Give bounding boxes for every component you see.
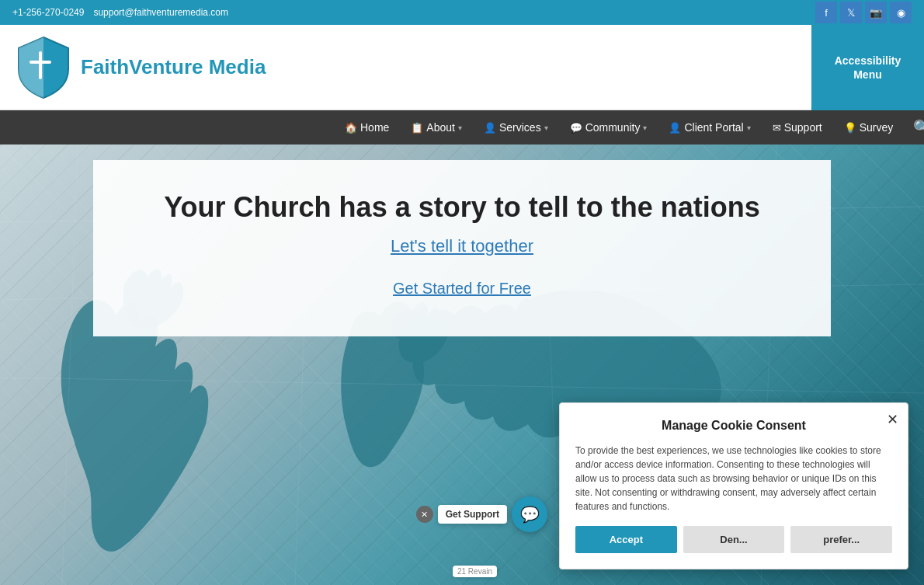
facebook-button[interactable]: f <box>815 2 837 23</box>
revain-number: 21 <box>457 567 466 576</box>
nav-client-portal-label: Client Portal <box>684 121 743 134</box>
nav-services-label: Services <box>499 121 541 134</box>
rss-button[interactable]: ◉ <box>890 2 912 23</box>
phone-number: +1-256-270-0249 <box>12 7 84 18</box>
about-icon: 📋 <box>411 122 423 134</box>
home-icon: 🏠 <box>345 122 357 134</box>
nav-support-label: Support <box>784 121 822 134</box>
services-icon: 👤 <box>484 122 496 134</box>
logo[interactable]: FaithVenture Media <box>16 34 266 100</box>
revain-label: Revain <box>468 567 492 576</box>
cookie-body-text: To provide the best experiences, we use … <box>575 444 892 514</box>
survey-icon: 💡 <box>844 122 856 134</box>
hero-subtitle-link[interactable]: Let's tell it together <box>140 236 784 256</box>
social-icons: f 𝕏 📷 ◉ <box>815 2 912 23</box>
get-support-bubble-button[interactable]: 💬 <box>512 496 547 532</box>
nav-about-label: About <box>426 121 455 134</box>
cookie-buttons: Accept Den... prefer... <box>575 526 892 553</box>
community-icon: 💬 <box>570 122 582 134</box>
header: FaithVenture Media Accessibility Menu <box>0 25 924 110</box>
cookie-preferences-button[interactable]: prefer... <box>790 526 892 553</box>
community-caret-icon: ▾ <box>643 124 647 132</box>
nav-home[interactable]: 🏠 Home <box>334 110 400 145</box>
nav-support[interactable]: ✉ Support <box>762 110 833 145</box>
nav-community-label: Community <box>585 121 641 134</box>
nav-home-label: Home <box>360 121 389 134</box>
get-support-label: Get Support <box>438 505 507 524</box>
twitter-button[interactable]: 𝕏 <box>840 2 862 23</box>
revain-badge: 21 Revain <box>453 566 497 577</box>
client-portal-caret-icon: ▾ <box>747 124 751 132</box>
cookie-deny-button[interactable]: Den... <box>683 526 785 553</box>
contact-info: +1-256-270-0249 support@faithventuremedi… <box>12 7 803 18</box>
email-address: support@faithventuremedia.com <box>93 7 228 18</box>
get-started-button[interactable]: Get Started for Free <box>393 280 531 298</box>
logo-text: FaithVenture Media <box>81 55 266 79</box>
instagram-button[interactable]: 📷 <box>865 2 887 23</box>
svg-rect-1 <box>30 61 51 64</box>
hero-section: Your Church has a story to tell to the n… <box>0 145 924 585</box>
navbar: 🏠 Home 📋 About ▾ 👤 Services ▾ 💬 Communit… <box>0 110 924 145</box>
get-support-widget: ✕ Get Support 💬 <box>416 496 547 532</box>
search-button[interactable]: 🔍 <box>904 110 924 145</box>
client-portal-icon: 👤 <box>669 122 681 134</box>
about-caret-icon: ▾ <box>458 124 462 132</box>
cookie-accept-button[interactable]: Accept <box>575 526 677 553</box>
hero-content-box: Your Church has a story to tell to the n… <box>93 160 831 336</box>
svg-rect-0 <box>39 51 42 79</box>
cookie-modal-title: Manage Cookie Consent <box>575 419 892 433</box>
nav-about[interactable]: 📋 About ▾ <box>400 110 473 145</box>
support-icon: ✉ <box>773 122 781 134</box>
nav-survey-label: Survey <box>860 121 894 134</box>
logo-shield-icon <box>16 34 71 100</box>
nav-client-portal[interactable]: 👤 Client Portal ▾ <box>658 110 761 145</box>
nav-services[interactable]: 👤 Services ▾ <box>473 110 559 145</box>
get-support-close-button[interactable]: ✕ <box>416 506 433 523</box>
hero-title: Your Church has a story to tell to the n… <box>140 191 784 224</box>
services-caret-icon: ▾ <box>544 124 548 132</box>
top-bar: +1-256-270-0249 support@faithventuremedi… <box>0 0 924 25</box>
cookie-consent-modal: Manage Cookie Consent ✕ To provide the b… <box>559 402 908 569</box>
accessibility-menu-button[interactable]: Accessibility Menu <box>811 25 924 110</box>
nav-community[interactable]: 💬 Community ▾ <box>559 110 658 145</box>
cookie-close-button[interactable]: ✕ <box>887 411 898 428</box>
nav-survey[interactable]: 💡 Survey <box>833 110 905 145</box>
